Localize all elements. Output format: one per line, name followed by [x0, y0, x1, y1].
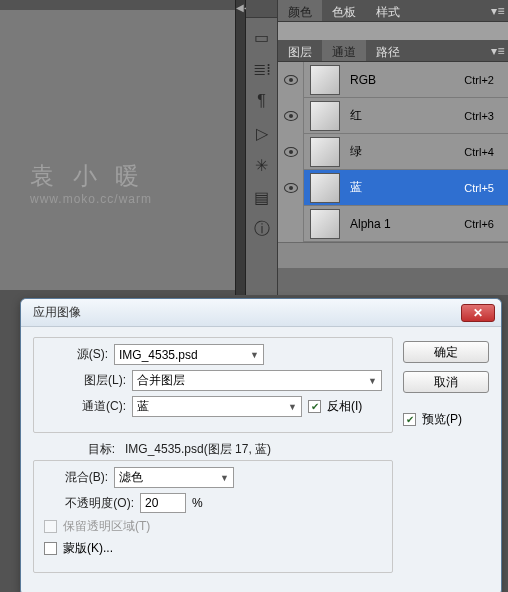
channel-empty-area	[278, 242, 508, 268]
cancel-button[interactable]: 取消	[403, 371, 489, 393]
channel-name: 蓝	[346, 179, 464, 196]
opacity-input[interactable]	[140, 493, 186, 513]
channel-name: 红	[346, 107, 464, 124]
blend-fieldset: 混合(B): 滤色 不透明度(O): % 保留透明区域(T) 蒙版(K)...	[33, 460, 393, 573]
mask-label: 蒙版(K)...	[63, 540, 113, 557]
layer-value: 合并图层	[137, 372, 185, 389]
channel-row-alpha1[interactable]: Alpha 1 Ctrl+6	[278, 206, 508, 242]
panel-menu-icon[interactable]: ▾≡	[488, 0, 508, 21]
visibility-toggle[interactable]	[278, 98, 304, 134]
opacity-label: 不透明度(O):	[44, 495, 134, 512]
navigator-icon[interactable]: ✳	[249, 152, 275, 178]
play-icon[interactable]: ▷	[249, 120, 275, 146]
tab-channels[interactable]: 通道	[322, 40, 366, 61]
layer-select[interactable]: 合并图层	[132, 370, 382, 391]
target-value: IMG_4535.psd(图层 17, 蓝)	[121, 441, 271, 458]
color-panel-body	[278, 22, 508, 40]
panel-collapse-bar[interactable]: ◀◀	[235, 0, 246, 295]
blend-label: 混合(B):	[44, 469, 108, 486]
tab-layers[interactable]: 图层	[278, 40, 322, 61]
visibility-toggle[interactable]	[278, 170, 304, 206]
target-label: 目标:	[33, 441, 115, 458]
invert-label: 反相(I)	[327, 398, 362, 415]
tab-paths[interactable]: 路径	[366, 40, 410, 61]
channel-thumb	[310, 209, 340, 239]
top-panel-tabs: 颜色 色板 样式 ▾≡	[278, 0, 508, 22]
channel-shortcut: Ctrl+6	[464, 218, 500, 230]
channel-row-red[interactable]: 红 Ctrl+3	[278, 98, 508, 134]
channel-row-green[interactable]: 绿 Ctrl+4	[278, 134, 508, 170]
eye-icon	[284, 147, 298, 157]
apply-image-dialog: 应用图像 ✕ 源(S): IMG_4535.psd 图层(L): 合并图层 通道…	[20, 298, 502, 592]
invert-checkbox[interactable]	[308, 400, 321, 413]
eye-icon	[284, 75, 298, 85]
source-fieldset: 源(S): IMG_4535.psd 图层(L): 合并图层 通道(C): 蓝 …	[33, 337, 393, 433]
source-value: IMG_4535.psd	[119, 348, 198, 362]
mask-checkbox[interactable]	[44, 542, 57, 555]
collapse-arrow-icon: ◀◀	[236, 0, 245, 13]
opacity-unit: %	[192, 496, 203, 510]
tool-column-header	[246, 0, 277, 18]
panels-area: 颜色 色板 样式 ▾≡ 图层 通道 路径 ▾≡ RGB Ctrl+2 红 Ctr…	[278, 0, 508, 295]
ok-button[interactable]: 确定	[403, 341, 489, 363]
channels-panel: RGB Ctrl+2 红 Ctrl+3 绿 Ctrl+4 蓝 Ctrl+5 Al…	[278, 62, 508, 268]
channel-label: 通道(C):	[44, 398, 126, 415]
tab-styles[interactable]: 样式	[366, 0, 410, 21]
eye-icon	[284, 183, 298, 193]
source-label: 源(S):	[44, 346, 108, 363]
info-icon[interactable]: ⓘ	[249, 216, 275, 242]
cancel-label: 取消	[434, 374, 458, 391]
visibility-toggle[interactable]	[278, 134, 304, 170]
close-button[interactable]: ✕	[461, 304, 495, 322]
dialog-main: 源(S): IMG_4535.psd 图层(L): 合并图层 通道(C): 蓝 …	[33, 337, 393, 581]
tab-swatches[interactable]: 色板	[322, 0, 366, 21]
channel-shortcut: Ctrl+2	[464, 74, 500, 86]
watermark-main: 袁 小 暖	[30, 160, 145, 192]
watermark-sub: www.moko.cc/warm	[30, 192, 152, 206]
channel-row-rgb[interactable]: RGB Ctrl+2	[278, 62, 508, 98]
close-icon: ✕	[473, 306, 483, 320]
channel-name: RGB	[346, 73, 464, 87]
dialog-buttons: 确定 取消 预览(P)	[403, 337, 489, 581]
preview-checkbox[interactable]	[403, 413, 416, 426]
tool-column: ▭ ≣⁞ ¶ ▷ ✳ ▤ ⓘ	[246, 0, 278, 295]
channel-name: 绿	[346, 143, 464, 160]
layer-panel-tabs: 图层 通道 路径 ▾≡	[278, 40, 508, 62]
preview-label: 预览(P)	[422, 411, 462, 428]
channel-shortcut: Ctrl+5	[464, 182, 500, 194]
channel-shortcut: Ctrl+4	[464, 146, 500, 158]
channel-shortcut: Ctrl+3	[464, 110, 500, 122]
dialog-title: 应用图像	[27, 304, 81, 321]
paragraph-icon[interactable]: ¶	[249, 88, 275, 114]
eye-icon	[284, 111, 298, 121]
preserve-transparency-checkbox	[44, 520, 57, 533]
channel-thumb	[310, 65, 340, 95]
preserve-transparency-label: 保留透明区域(T)	[63, 518, 150, 535]
source-select[interactable]: IMG_4535.psd	[114, 344, 264, 365]
canvas-area: 袁 小 暖 www.moko.cc/warm	[0, 10, 235, 290]
channel-name: Alpha 1	[346, 217, 464, 231]
layer-label: 图层(L):	[44, 372, 126, 389]
channel-row-blue[interactable]: 蓝 Ctrl+5	[278, 170, 508, 206]
blend-value: 滤色	[119, 469, 143, 486]
histogram-icon[interactable]: ▤	[249, 184, 275, 210]
channel-value: 蓝	[137, 398, 149, 415]
visibility-toggle[interactable]	[278, 62, 304, 98]
channel-thumb	[310, 173, 340, 203]
tab-color[interactable]: 颜色	[278, 0, 322, 21]
channel-select[interactable]: 蓝	[132, 396, 302, 417]
visibility-toggle[interactable]	[278, 206, 304, 242]
channel-thumb	[310, 137, 340, 167]
layer-panel-menu-icon[interactable]: ▾≡	[488, 40, 508, 61]
brushes-icon[interactable]: ≣⁞	[249, 56, 275, 82]
ok-label: 确定	[434, 344, 458, 361]
channel-thumb	[310, 101, 340, 131]
dialog-titlebar[interactable]: 应用图像 ✕	[21, 299, 501, 327]
panel-icon-1[interactable]: ▭	[249, 24, 275, 50]
blend-select[interactable]: 滤色	[114, 467, 234, 488]
